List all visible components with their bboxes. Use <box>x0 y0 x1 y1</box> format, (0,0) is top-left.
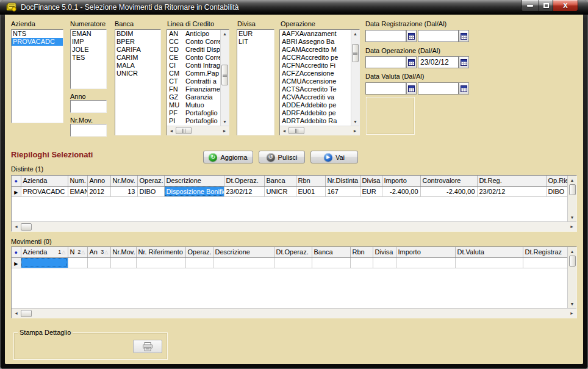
list-item[interactable]: ACFNAccredito Fi <box>280 62 351 70</box>
scrollbar-thumb[interactable] <box>221 65 228 85</box>
list-item[interactable]: PFPortafoglio <box>167 109 220 117</box>
table-cell[interactable]: Disposizione Bonifico <box>164 186 224 196</box>
column-header[interactable]: Rbn <box>350 247 373 257</box>
scroll-down-icon[interactable]: ▼ <box>351 118 359 126</box>
numeratore-listbox[interactable]: EMANIMPJOLETES <box>70 29 107 89</box>
table-cell[interactable]: 2012 <box>87 186 110 196</box>
table-cell[interactable]: -2.400,00 <box>382 186 420 196</box>
list-item[interactable]: BPER <box>115 38 160 46</box>
column-header[interactable]: Dt.Registraz <box>523 247 567 257</box>
list-item[interactable]: ANAnticipo <box>167 30 220 38</box>
column-header[interactable]: Controvalore <box>420 176 477 186</box>
list-item[interactable]: CDCrediti Disp <box>167 46 220 54</box>
column-header[interactable]: N2△ <box>68 247 87 257</box>
table-cell[interactable] <box>274 257 312 268</box>
table-cell[interactable]: DIBO <box>137 186 164 196</box>
calendar-button[interactable] <box>459 30 469 42</box>
scroll-right-icon[interactable]: ► <box>351 126 359 135</box>
list-item[interactable]: ADRFAddebito pe <box>280 109 351 117</box>
distinte-vertical-scrollbar[interactable]: ▲ ▼ <box>567 176 576 221</box>
list-item[interactable]: ADRTAddebito Ra <box>280 117 351 125</box>
scroll-up-icon[interactable]: ▲ <box>568 247 576 256</box>
vai-button[interactable]: ▶ Vai <box>310 151 358 163</box>
column-header[interactable]: Nr.Distinta <box>325 176 360 186</box>
maximize-button[interactable] <box>539 0 553 12</box>
data-operazione-al-input[interactable] <box>418 56 459 68</box>
distinte-horizontal-scrollbar[interactable]: ◄ ► <box>12 221 576 231</box>
list-item[interactable]: CCConto Corre <box>167 38 220 46</box>
scrollbar-thumb[interactable] <box>21 223 32 231</box>
calendar-button[interactable] <box>406 30 417 42</box>
table-cell[interactable]: DIBO <box>546 186 567 196</box>
list-item[interactable]: CARIM <box>115 54 160 62</box>
column-header[interactable]: Descrizione <box>164 176 224 186</box>
column-header[interactable]: Nr.Mov. <box>110 176 137 186</box>
list-item[interactable]: ACAMAccredito M <box>280 46 351 54</box>
scroll-up-icon[interactable]: ▲ <box>351 30 359 38</box>
list-item[interactable]: CIConti Intrag <box>167 62 220 70</box>
data-registrazione-dal-input[interactable] <box>365 30 406 42</box>
print-button[interactable] <box>133 340 162 353</box>
calendar-button[interactable] <box>406 82 417 95</box>
table-cell[interactable]: -2.400,00 <box>420 186 477 196</box>
scroll-down-icon[interactable]: ▼ <box>221 118 229 126</box>
aggiorna-button[interactable]: ↻ Aggiorna <box>203 151 253 163</box>
list-item[interactable]: CEConto Corre <box>167 54 220 62</box>
calendar-button[interactable] <box>459 82 469 95</box>
list-item[interactable]: CMComm.Pap <box>167 70 220 77</box>
data-valuta-dal-input[interactable] <box>365 82 406 95</box>
data-registrazione-al-input[interactable] <box>418 30 459 42</box>
list-item[interactable]: JOLE <box>71 46 106 54</box>
operazione-horizontal-scrollbar[interactable]: ◄ ► <box>280 126 359 135</box>
scrollbar-thumb[interactable] <box>21 310 32 317</box>
column-header[interactable]: Nr. Riferimento <box>136 247 185 257</box>
select-all-header[interactable]: ● <box>12 176 21 186</box>
azienda-listbox[interactable]: NTSPROVACADC <box>11 29 63 123</box>
list-item[interactable]: LIT <box>237 38 274 46</box>
scroll-up-icon[interactable]: ▲ <box>221 30 229 38</box>
list-item[interactable]: IMP <box>71 38 106 46</box>
table-cell[interactable]: 23/02/12 <box>224 186 264 196</box>
table-cell[interactable] <box>110 257 136 268</box>
list-item[interactable]: ACCRAccredito pe <box>280 54 351 62</box>
minimize-button[interactable] <box>521 0 539 12</box>
calendar-button[interactable] <box>459 56 469 68</box>
table-cell[interactable]: 167 <box>325 186 360 196</box>
column-header[interactable]: Importo <box>382 176 420 186</box>
row-marker[interactable]: ▶ <box>12 186 21 196</box>
data-operazione-dal-input[interactable] <box>365 56 406 68</box>
table-cell[interactable]: EMAN <box>68 186 87 196</box>
list-item[interactable]: UNICR <box>115 70 160 77</box>
list-item[interactable]: ABRIAssegno Ba <box>280 38 351 46</box>
list-item[interactable]: PIPortafoglio <box>167 117 220 125</box>
close-button[interactable]: X <box>553 0 578 12</box>
table-cell[interactable] <box>523 257 567 268</box>
list-item[interactable]: PROVACADC <box>12 38 63 46</box>
table-cell[interactable] <box>136 257 185 268</box>
list-item[interactable]: AAFXAvanzament <box>280 30 351 38</box>
divisa-listbox[interactable]: EURLIT <box>237 29 274 135</box>
table-cell[interactable] <box>312 257 350 268</box>
table-cell[interactable] <box>350 257 373 268</box>
table-cell[interactable]: EUR <box>360 186 382 196</box>
list-item[interactable]: EUR <box>237 30 274 38</box>
calendar-button[interactable] <box>406 56 417 68</box>
select-all-header[interactable]: ● <box>12 247 21 257</box>
table-cell[interactable]: 23/02/12 <box>477 186 546 196</box>
table-cell[interactable] <box>396 257 455 268</box>
column-header[interactable]: Banca <box>312 247 350 257</box>
scrollbar-thumb[interactable] <box>569 184 576 195</box>
table-cell[interactable] <box>68 257 87 268</box>
column-header[interactable]: Operaz. <box>185 247 213 257</box>
table-cell[interactable] <box>87 257 110 268</box>
pulisci-button[interactable]: ↺ Pulisci <box>259 151 305 163</box>
column-header[interactable]: Op.Rie <box>546 176 567 186</box>
column-header[interactable]: Dt.Operaz. <box>274 247 312 257</box>
column-header[interactable]: Dt.Reg. <box>477 176 546 186</box>
column-header[interactable]: Banca <box>264 176 296 186</box>
scroll-left-icon[interactable]: ◄ <box>12 222 21 231</box>
list-item[interactable]: ACFZAccensione <box>280 70 351 77</box>
linea-credito-listbox[interactable]: ANAnticipoCCConto CorreCDCrediti DispCEC… <box>167 29 229 135</box>
table-cell[interactable]: UNICR <box>264 186 296 196</box>
column-header[interactable]: Dt.Operaz. <box>224 176 264 186</box>
